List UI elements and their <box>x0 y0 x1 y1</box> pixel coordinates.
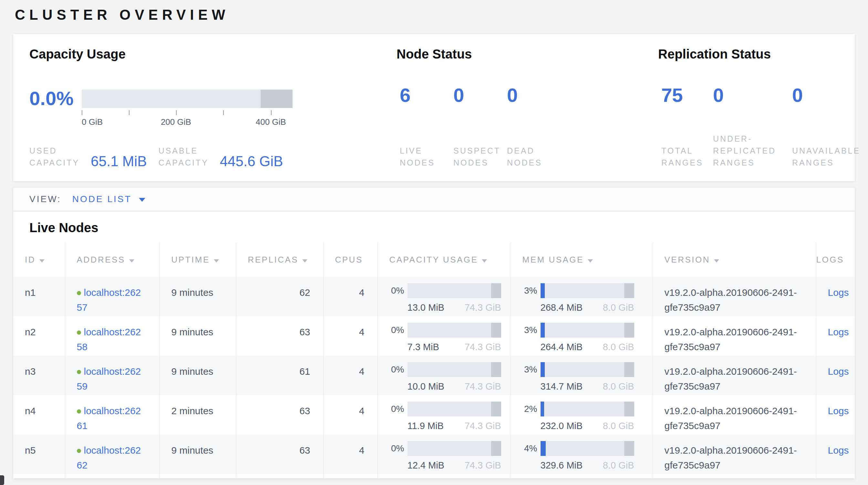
table-row: n5 localhost:26262 9 minutes 63 4 0% 12.… <box>13 434 855 474</box>
live-status-dot-icon <box>77 291 81 295</box>
cell-cpus: 4 <box>323 434 377 474</box>
cell-address: localhost:26258 <box>65 316 159 356</box>
logs-link[interactable]: Logs <box>828 287 849 298</box>
cell-mem-usage: 3% 268.4 MiB8.0 GiB <box>510 277 653 316</box>
cell-version: v19.2.0-alpha.20190606-2491-gfe735c9a97 <box>653 434 816 474</box>
view-selected-value: NODE LIST <box>72 194 132 204</box>
table-row-partial <box>13 474 855 479</box>
logs-link[interactable]: Logs <box>828 366 849 377</box>
total-ranges-stat: 75 TOTAL RANGES <box>658 84 710 169</box>
node-status-title: Node Status <box>397 47 658 61</box>
live-nodes-value: 6 <box>400 84 450 107</box>
dead-nodes-label: DEAD NODES <box>507 145 559 169</box>
cell-capacity-usage: 0% 12.4 MiB74.3 GiB <box>377 434 510 474</box>
column-header-capacity-usage[interactable]: CAPACITY USAGE <box>377 242 510 277</box>
column-header-replicas[interactable]: REPLICAS <box>236 242 323 277</box>
cell-replicas: 63 <box>236 395 323 434</box>
axis-label: 0 GiB <box>82 117 103 127</box>
dead-nodes-stat: 0 DEAD NODES <box>504 84 557 169</box>
cell-logs: Logs <box>816 434 855 474</box>
used-capacity-stat: USED CAPACITY 65.1 MiB <box>29 145 147 169</box>
usable-capacity-label: USABLE CAPACITY <box>159 145 217 169</box>
cell-id: n2 <box>13 316 65 356</box>
node-address-link[interactable]: localhost:26261 <box>77 405 141 431</box>
cell-mem-usage: 4% 329.6 MiB8.0 GiB <box>510 434 653 474</box>
node-address-link[interactable]: localhost:26259 <box>77 366 141 392</box>
cluster-overview-page: CLUSTER OVERVIEW Capacity Usage 0.0% <box>0 0 868 485</box>
capacity-usage-bar <box>407 323 501 338</box>
mem-usage-bar <box>540 402 634 417</box>
view-selector-dropdown[interactable]: NODE LIST <box>72 194 145 204</box>
column-header-version[interactable]: VERSION <box>653 242 816 277</box>
column-header-uptime[interactable]: UPTIME <box>159 242 236 277</box>
unavailable-label: UNAVAILABLE RANGES <box>792 145 868 169</box>
column-header-address[interactable]: ADDRESS <box>65 242 159 277</box>
cell-uptime: 2 minutes <box>159 395 236 434</box>
sort-caret-icon <box>302 259 307 262</box>
table-row: n2 localhost:26258 9 minutes 63 4 0% 7.3… <box>13 316 855 356</box>
cell-id: n5 <box>13 434 65 474</box>
capacity-axis-labels: 0 GiB 200 GiB 400 GiB <box>82 116 292 127</box>
usable-capacity-value: 445.6 GiB <box>220 154 283 169</box>
cell-cpus: 4 <box>323 395 377 434</box>
capacity-bar-reserved <box>260 90 292 108</box>
axis-tick <box>82 110 82 115</box>
table-row: n3 localhost:26259 9 minutes 61 4 0% 10.… <box>13 356 855 395</box>
cell-logs: Logs <box>816 277 855 316</box>
column-header-id[interactable]: ID <box>13 242 65 277</box>
axis-label: 200 GiB <box>161 117 191 127</box>
capacity-stats: USED CAPACITY 65.1 MiB USABLE CAPACITY 4… <box>29 145 397 169</box>
bottom-left-tab <box>0 475 4 485</box>
suspect-nodes-stat: 0 SUSPECT NODES <box>450 84 504 169</box>
nodes-table-card: VIEW: NODE LIST Live Nodes ID ADDRESS UP… <box>13 187 855 479</box>
node-address-link[interactable]: localhost:26262 <box>77 445 141 470</box>
cell-logs: Logs <box>816 395 855 434</box>
cell-address: localhost:26259 <box>65 356 159 395</box>
used-capacity-value: 65.1 MiB <box>91 154 147 169</box>
node-address-link[interactable]: localhost:26258 <box>77 326 141 352</box>
column-header-logs: LOGS <box>816 242 855 277</box>
cell-id: n4 <box>13 395 65 434</box>
cell-uptime: 9 minutes <box>159 277 236 316</box>
cell-uptime: 9 minutes <box>159 356 236 395</box>
sort-caret-icon <box>129 259 134 262</box>
live-nodes-label: LIVE NODES <box>400 145 452 169</box>
cell-uptime: 9 minutes <box>159 434 236 474</box>
capacity-usage-bar <box>407 441 501 456</box>
under-replicated-value: 0 <box>713 84 789 107</box>
view-bar: VIEW: NODE LIST <box>13 188 855 211</box>
node-status-stats: 6 LIVE NODES 0 SUSPECT NODES 0 DEAD NODE… <box>397 84 658 169</box>
logs-link[interactable]: Logs <box>828 326 849 337</box>
cell-mem-usage: 2% 232.0 MiB8.0 GiB <box>510 395 653 434</box>
sort-caret-icon <box>39 259 44 262</box>
cell-address: localhost:26257 <box>65 277 159 316</box>
logs-link[interactable]: Logs <box>828 445 849 456</box>
suspect-nodes-value: 0 <box>454 84 504 107</box>
cell-capacity-usage: 0% 10.0 MiB74.3 GiB <box>377 356 510 395</box>
live-status-dot-icon <box>77 409 81 413</box>
cell-version: v19.2.0-alpha.20190606-2491-gfe735c9a97 <box>653 316 816 356</box>
live-nodes-table: ID ADDRESS UPTIME REPLICAS CPUS CAPACITY… <box>13 242 855 479</box>
capacity-chart: 0.0% 0 GiB 200 GiB <box>29 87 397 127</box>
column-header-mem-usage[interactable]: MEM USAGE <box>510 242 653 277</box>
cell-logs: Logs <box>816 316 855 356</box>
cell-id: n3 <box>13 356 65 395</box>
unavailable-value: 0 <box>792 84 868 107</box>
live-nodes-stat: 6 LIVE NODES <box>397 84 450 169</box>
page-title: CLUSTER OVERVIEW <box>0 0 868 23</box>
capacity-percent: 0.0% <box>29 87 82 127</box>
sort-caret-icon <box>482 259 487 262</box>
usable-capacity-stat: USABLE CAPACITY 445.6 GiB <box>159 145 283 169</box>
node-address-link[interactable]: localhost:26257 <box>77 287 141 313</box>
unavailable-ranges-stat: 0 UNAVAILABLE RANGES <box>789 84 868 169</box>
cell-version: v19.2.0-alpha.20190606-2491-gfe735c9a97 <box>653 395 816 434</box>
cell-cpus: 4 <box>323 277 377 316</box>
cell-mem-usage: 3% 264.4 MiB8.0 GiB <box>510 316 653 356</box>
cell-logs: Logs <box>816 356 855 395</box>
total-ranges-label: TOTAL RANGES <box>661 145 710 169</box>
mem-usage-bar <box>540 283 634 298</box>
mem-usage-bar <box>540 362 634 377</box>
cell-cpus: 4 <box>323 356 377 395</box>
cell-id: n1 <box>13 277 65 316</box>
logs-link[interactable]: Logs <box>828 405 849 416</box>
